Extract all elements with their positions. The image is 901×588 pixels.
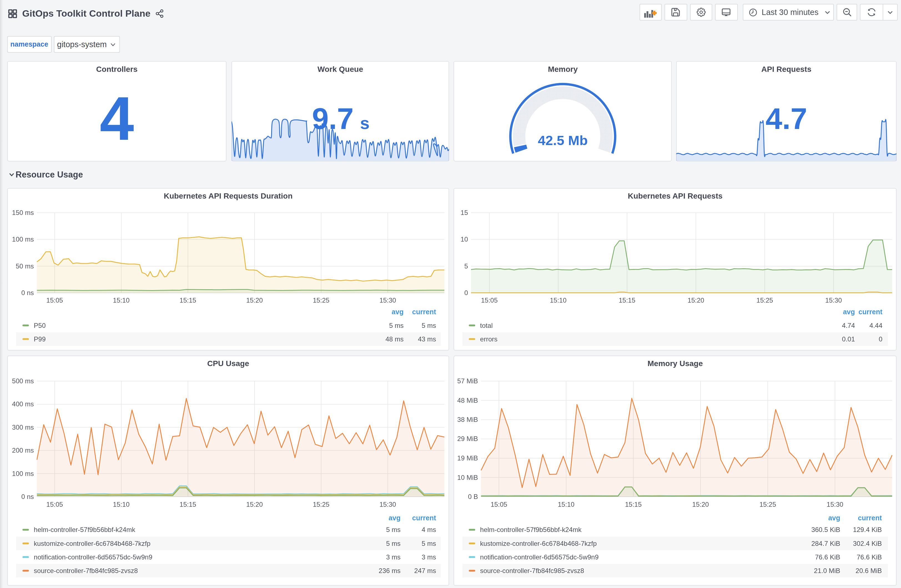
svg-text:9.7: 9.7 [312, 101, 353, 135]
svg-text:P50: P50 [34, 322, 45, 329]
svg-text:4.44: 4.44 [869, 322, 882, 329]
svg-text:total: total [480, 322, 493, 329]
svg-text:15:10: 15:10 [113, 501, 129, 508]
svg-text:15:10: 15:10 [558, 501, 574, 508]
svg-text:0: 0 [879, 335, 882, 342]
svg-text:15:30: 15:30 [379, 501, 396, 508]
svg-text:current: current [412, 514, 436, 522]
svg-text:15:25: 15:25 [756, 296, 773, 304]
svg-text:kustomize-controller-6c6784b46: kustomize-controller-6c6784b468-7kzfp [34, 540, 150, 547]
svg-text:5: 5 [464, 262, 468, 269]
svg-text:0 B: 0 B [468, 493, 478, 500]
svg-text:Work Queue: Work Queue [317, 65, 363, 73]
svg-text:Memory: Memory [548, 65, 578, 73]
svg-text:50 ms: 50 ms [16, 262, 34, 269]
svg-text:0.01: 0.01 [842, 335, 855, 342]
svg-text:15:05: 15:05 [46, 501, 63, 508]
svg-text:15:10: 15:10 [550, 296, 566, 304]
svg-text:15:15: 15:15 [619, 296, 635, 304]
svg-text:15:30: 15:30 [379, 296, 396, 304]
svg-text:errors: errors [480, 335, 497, 342]
svg-text:21.0 MiB: 21.0 MiB [814, 567, 840, 574]
svg-text:5 ms: 5 ms [421, 540, 436, 547]
svg-text:48 MiB: 48 MiB [457, 397, 478, 404]
svg-text:notification-controller-6d5657: notification-controller-6d56575dc-5w9n9 [480, 553, 599, 561]
svg-text:247 ms: 247 ms [414, 567, 436, 574]
svg-text:0: 0 [464, 289, 468, 296]
svg-text:42.5 Mb: 42.5 Mb [538, 132, 588, 148]
svg-text:avg: avg [388, 514, 400, 522]
svg-text:avg: avg [843, 308, 855, 315]
svg-text:76.6 KiB: 76.6 KiB [856, 553, 882, 561]
svg-text:15:25: 15:25 [313, 296, 329, 304]
svg-text:avg: avg [828, 514, 840, 522]
svg-text:source-controller-7fb84fc985-z: source-controller-7fb84fc985-zvsz8 [480, 567, 584, 574]
svg-text:CPU Usage: CPU Usage [207, 359, 249, 368]
svg-text:4: 4 [99, 84, 134, 152]
svg-text:236 ms: 236 ms [378, 567, 400, 574]
svg-text:38 MiB: 38 MiB [457, 416, 478, 423]
svg-text:5 ms: 5 ms [386, 526, 400, 534]
svg-text:15:20: 15:20 [687, 296, 704, 304]
svg-text:API Requests: API Requests [761, 65, 812, 73]
svg-text:20.6 MiB: 20.6 MiB [855, 567, 882, 574]
svg-text:15:25: 15:25 [313, 501, 329, 508]
svg-text:29 MiB: 29 MiB [457, 435, 478, 442]
svg-text:0 ns: 0 ns [21, 289, 34, 296]
svg-text:100 ms: 100 ms [12, 470, 34, 478]
svg-text:4 ms: 4 ms [421, 526, 436, 534]
svg-text:500 ms: 500 ms [12, 377, 34, 385]
svg-text:4.7: 4.7 [765, 101, 807, 135]
svg-text:360.5 KiB: 360.5 KiB [811, 526, 840, 534]
svg-text:15:30: 15:30 [826, 501, 843, 508]
svg-text:10 MiB: 10 MiB [457, 474, 478, 481]
svg-text:300 ms: 300 ms [12, 423, 34, 431]
svg-text:43 ms: 43 ms [418, 335, 436, 342]
svg-text:15:15: 15:15 [625, 501, 641, 508]
svg-text:5 ms: 5 ms [421, 322, 436, 329]
svg-text:kustomize-controller-6c6784b46: kustomize-controller-6c6784b468-7kzfp [480, 540, 597, 547]
svg-text:source-controller-7fb84fc985-z: source-controller-7fb84fc985-zvsz8 [34, 567, 138, 574]
svg-text:15:05: 15:05 [46, 296, 63, 304]
svg-text:P99: P99 [34, 335, 45, 342]
svg-text:15:20: 15:20 [246, 501, 263, 508]
svg-text:15:30: 15:30 [825, 296, 842, 304]
svg-text:5 ms: 5 ms [389, 322, 403, 329]
svg-text:15:15: 15:15 [179, 501, 196, 508]
svg-text:57 MiB: 57 MiB [457, 377, 478, 385]
svg-text:Kubernetes API Requests: Kubernetes API Requests [628, 191, 722, 200]
svg-text:5 ms: 5 ms [386, 540, 400, 547]
svg-text:helm-controller-57f9b56bbf-k24: helm-controller-57f9b56bbf-k24mk [480, 526, 582, 534]
svg-text:15:05: 15:05 [481, 296, 497, 304]
svg-text:76.6 KiB: 76.6 KiB [815, 553, 840, 561]
svg-text:129.4 KiB: 129.4 KiB [853, 526, 882, 534]
svg-text:Kubernetes API Requests Durati: Kubernetes API Requests Duration [164, 191, 292, 200]
svg-text:current: current [858, 308, 882, 315]
svg-text:15:20: 15:20 [246, 296, 263, 304]
svg-text:15:15: 15:15 [179, 296, 196, 304]
svg-text:Controllers: Controllers [96, 65, 137, 73]
svg-text:302.4 KiB: 302.4 KiB [853, 540, 882, 547]
svg-text:notification-controller-6d5657: notification-controller-6d56575dc-5w9n9 [34, 553, 152, 561]
svg-text:19 MiB: 19 MiB [457, 454, 478, 462]
svg-text:current: current [858, 514, 882, 522]
svg-text:s: s [360, 113, 369, 132]
svg-text:3 ms: 3 ms [421, 553, 436, 561]
svg-text:current: current [412, 308, 436, 315]
svg-text:avg: avg [391, 308, 403, 315]
svg-text:15:10: 15:10 [113, 296, 129, 304]
svg-text:10: 10 [460, 235, 468, 243]
svg-text:284.7 KiB: 284.7 KiB [811, 540, 840, 547]
svg-text:3 ms: 3 ms [386, 553, 400, 561]
svg-text:helm-controller-57f9b56bbf-k24: helm-controller-57f9b56bbf-k24mk [34, 526, 136, 534]
svg-text:150 ms: 150 ms [12, 208, 34, 216]
svg-text:400 ms: 400 ms [12, 400, 34, 408]
svg-text:48 ms: 48 ms [385, 335, 403, 342]
svg-text:0 ns: 0 ns [21, 493, 34, 500]
svg-text:15:25: 15:25 [759, 501, 776, 508]
svg-text:4.74: 4.74 [842, 322, 855, 329]
svg-text:15:05: 15:05 [490, 501, 507, 508]
svg-text:100 ms: 100 ms [12, 235, 34, 243]
svg-text:15:20: 15:20 [692, 501, 709, 508]
svg-text:Memory Usage: Memory Usage [647, 359, 703, 368]
